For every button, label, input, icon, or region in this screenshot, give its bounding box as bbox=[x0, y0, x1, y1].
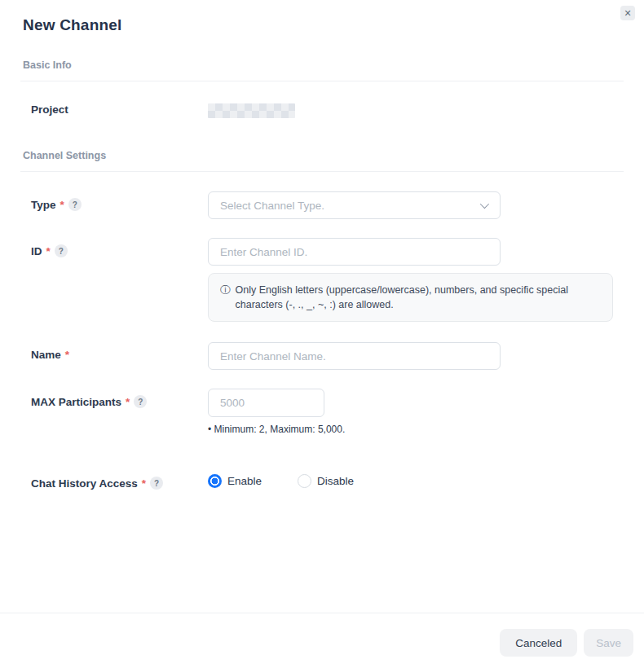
chat-history-row: Chat History Access * ? Enable Disable bbox=[0, 470, 644, 490]
chat-history-label: Chat History Access bbox=[31, 477, 138, 490]
radio-disable[interactable]: Disable bbox=[298, 474, 354, 488]
id-label: ID bbox=[31, 245, 42, 257]
max-participants-input[interactable] bbox=[208, 389, 324, 417]
section-channel-settings: Channel Settings bbox=[23, 150, 621, 161]
close-icon[interactable]: ✕ bbox=[620, 6, 635, 20]
channel-type-select[interactable]: Select Channel Type. bbox=[208, 191, 501, 219]
help-icon[interactable]: ? bbox=[150, 477, 163, 490]
radio-unselected-icon[interactable] bbox=[298, 474, 311, 488]
new-channel-modal: ✕ New Channel Basic Info Project Channel… bbox=[0, 0, 644, 668]
required-mark: * bbox=[65, 349, 69, 361]
modal-footer: Canceled Save bbox=[0, 613, 644, 657]
radio-enable[interactable]: Enable bbox=[208, 474, 262, 488]
section-basic-info: Basic Info bbox=[23, 59, 621, 71]
radio-enable-label: Enable bbox=[227, 475, 262, 487]
type-label: Type bbox=[31, 199, 56, 211]
channel-name-input[interactable] bbox=[208, 342, 501, 370]
help-icon[interactable]: ? bbox=[55, 244, 68, 257]
required-mark: * bbox=[142, 477, 146, 490]
project-label: Project bbox=[31, 103, 68, 116]
required-mark: * bbox=[60, 199, 64, 211]
name-label: Name bbox=[31, 349, 61, 361]
name-row: Name * bbox=[0, 342, 644, 370]
chevron-down-icon bbox=[480, 200, 489, 209]
save-button[interactable]: Save bbox=[584, 629, 633, 657]
channel-type-placeholder: Select Channel Type. bbox=[220, 200, 324, 212]
project-row: Project bbox=[0, 103, 644, 118]
required-mark: * bbox=[126, 396, 130, 408]
max-participants-label: MAX Participants bbox=[31, 396, 121, 408]
id-note: ⓘ Only English letters (uppercase/lowerc… bbox=[208, 273, 613, 322]
radio-disable-label: Disable bbox=[317, 475, 354, 487]
divider bbox=[20, 81, 624, 81]
max-participants-note: • Minimum: 2, Maximum: 5,000. bbox=[208, 424, 644, 435]
radio-selected-icon[interactable] bbox=[208, 474, 222, 488]
help-icon[interactable]: ? bbox=[134, 395, 147, 408]
page-title: New Channel bbox=[0, 0, 644, 34]
info-icon: ⓘ bbox=[220, 283, 231, 312]
help-icon[interactable]: ? bbox=[68, 198, 82, 211]
channel-id-input[interactable] bbox=[208, 238, 501, 266]
required-mark: * bbox=[46, 245, 51, 257]
id-row: ID * ? ⓘ Only English letters (uppercase… bbox=[0, 238, 644, 322]
id-note-text: Only English letters (uppercase/lowercas… bbox=[236, 283, 602, 312]
max-participants-row: MAX Participants * ? • Minimum: 2, Maxim… bbox=[0, 389, 644, 435]
cancel-button[interactable]: Canceled bbox=[500, 629, 577, 657]
type-row: Type * ? Select Channel Type. bbox=[0, 191, 644, 219]
divider bbox=[20, 171, 624, 172]
project-value-redacted bbox=[208, 103, 295, 118]
chat-history-radio-group: Enable Disable bbox=[208, 470, 644, 488]
